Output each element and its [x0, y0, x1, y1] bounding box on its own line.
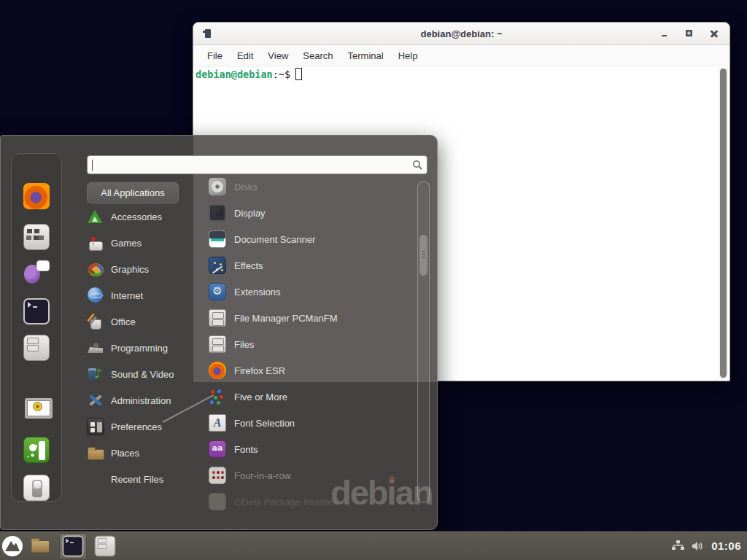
terminal-menu-file[interactable]: File [201, 47, 229, 64]
app-label: Effects [234, 260, 263, 271]
terminal-menu-terminal[interactable]: Terminal [341, 47, 390, 64]
maximize-button[interactable] [684, 28, 694, 39]
application-list: DisksDisplayDocument ScannerEffects⚙Exte… [209, 174, 413, 515]
effects-icon [209, 257, 226, 274]
taskbar-file-cabinet-launcher[interactable] [91, 533, 119, 559]
category-administration[interactable]: Administration [85, 387, 195, 413]
app-font-selection[interactable]: AFont Selection [209, 410, 413, 436]
favorite-lock-screen-button[interactable] [23, 396, 50, 425]
terminal-prompt: debian@debian:~$ [196, 68, 302, 80]
category-sound-video[interactable]: ♪Sound & Video [85, 361, 195, 387]
clock[interactable]: 01:06 [711, 540, 741, 552]
app-five-or-more[interactable]: Five or More [209, 384, 413, 410]
terminal-icon [63, 535, 84, 556]
close-button[interactable] [709, 28, 719, 39]
category-label: Preferences [111, 421, 162, 432]
category-internet[interactable]: Internet [85, 282, 195, 308]
category-label: Internet [111, 290, 143, 301]
taskbar-terminal-launcher[interactable] [59, 533, 87, 559]
prompt-suffix: :~$ [273, 69, 290, 80]
terminal-menu-help[interactable]: Help [392, 47, 425, 64]
app-display[interactable]: Display [209, 200, 413, 226]
app-extensions[interactable]: ⚙Extensions [209, 279, 413, 305]
app-files[interactable]: Files [209, 331, 413, 357]
pidgin-icon [23, 259, 50, 285]
app-document-scanner[interactable]: Document Scanner [209, 226, 413, 252]
file-cabinet-icon [23, 335, 50, 361]
category-preferences[interactable]: Preferences [85, 413, 195, 440]
category-label: Accessories [111, 211, 162, 222]
app-label: Disks [234, 182, 258, 192]
terminal-menu-edit[interactable]: Edit [231, 47, 260, 64]
display-icon [209, 204, 226, 222]
menu-scrollbar[interactable] [417, 181, 430, 503]
category-label: Places [111, 448, 139, 459]
app-label: GDebi Package Installer [234, 497, 336, 508]
category-graphics[interactable]: Graphics [85, 256, 195, 282]
category-label: Recent Files [111, 474, 163, 485]
category-programming[interactable]: Programming [85, 335, 195, 361]
category-places[interactable]: Places [85, 440, 195, 466]
terminal-scrollbar-thumb[interactable] [720, 69, 727, 378]
search-box[interactable] [87, 155, 427, 174]
logout-icon [23, 437, 50, 463]
category-label: Office [111, 316, 136, 327]
lock-screen-icon [23, 396, 50, 422]
games-icon [87, 234, 104, 252]
app-effects[interactable]: Effects [209, 252, 413, 279]
category-label: Games [111, 238, 142, 249]
terminal-menu-search[interactable]: Search [296, 47, 339, 64]
four-in-a-row-icon [209, 467, 226, 484]
desktop: { "colors": { "desktop_bg": "#06061e", "… [0, 0, 747, 560]
internet-icon [87, 287, 104, 304]
category-recent-files[interactable]: Recent Files [85, 466, 195, 492]
start-menu-button[interactable] [2, 536, 23, 556]
taskbar-file-manager-launcher[interactable] [27, 533, 55, 559]
favorite-firefox-button[interactable] [23, 183, 50, 212]
app-label: Files [234, 339, 254, 350]
search-input[interactable] [94, 160, 412, 171]
five-or-more-icon [209, 388, 226, 405]
terminal-icon [23, 298, 50, 324]
keyboard-icon [23, 224, 50, 250]
shutdown-icon [23, 475, 50, 501]
app-file-manager-pcmanfm[interactable]: File Manager PCManFM [209, 305, 413, 331]
app-gdebi-package-installer: GDebi Package Installer [209, 489, 413, 515]
category-label: Graphics [111, 264, 149, 275]
terminal-title: debian@debian: ~ [421, 28, 503, 39]
programming-icon [87, 339, 104, 357]
category-office[interactable]: Office [85, 308, 195, 335]
app-fonts[interactable]: aaFonts [209, 436, 413, 462]
terminal-menubar: FileEditViewSearchTerminalHelp [193, 45, 729, 66]
terminal-cursor [295, 68, 302, 80]
start-menu-icon [2, 536, 23, 556]
app-label: Four-in-a-row [234, 470, 291, 481]
app-label: Fonts [234, 444, 258, 455]
terminal-menu-view[interactable]: View [261, 47, 295, 64]
favorite-file-manager-button[interactable] [23, 335, 50, 364]
firefox-icon [23, 183, 50, 209]
volume-icon[interactable] [692, 540, 705, 552]
menu-scrollbar-thumb[interactable] [419, 235, 427, 276]
favorite-shutdown-button[interactable] [23, 475, 50, 504]
all-applications-label: All Applications [101, 187, 164, 198]
category-accessories[interactable]: Accessories [85, 203, 195, 230]
text-caret [92, 160, 93, 171]
terminal-titlebar[interactable]: debian@debian: ~ [193, 23, 729, 45]
all-applications-button[interactable]: All Applications [87, 182, 179, 203]
favorite-keyboard-button[interactable] [23, 224, 50, 253]
network-icon[interactable] [671, 540, 685, 552]
favorite-logout-button[interactable] [23, 437, 50, 466]
app-firefox-esr[interactable]: Firefox ESR [209, 357, 413, 384]
application-menu: debian All Applications AccessoriesGames… [0, 135, 438, 530]
minimize-button[interactable] [659, 28, 670, 39]
administration-icon [87, 392, 104, 409]
gdebi-icon [209, 493, 226, 510]
terminal-scrollbar[interactable] [719, 68, 728, 378]
file-cabinet-icon [209, 335, 226, 353]
favorite-terminal-button[interactable] [23, 298, 50, 327]
system-tray: 01:06 [671, 540, 747, 552]
favorite-pidgin-button[interactable] [23, 259, 50, 288]
graphics-icon [87, 260, 104, 278]
category-games[interactable]: Games [85, 230, 195, 256]
